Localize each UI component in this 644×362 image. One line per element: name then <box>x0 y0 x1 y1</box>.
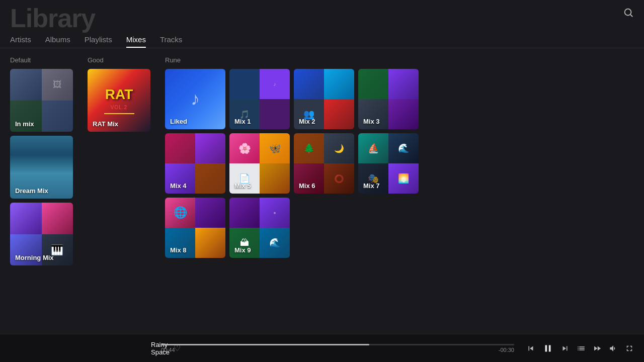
card-rat-mix[interactable]: RAT VOL.2 RAT Mix <box>88 69 150 132</box>
queue-button[interactable] <box>577 344 586 353</box>
expand-button[interactable] <box>625 344 634 353</box>
label-morning-mix: Morning Mix <box>15 254 54 261</box>
player-progress-bar[interactable] <box>161 344 514 345</box>
card-mix-3[interactable]: Mix 3 <box>358 69 419 129</box>
label-rat-mix: RAT Mix <box>93 120 118 128</box>
label-mix-9: Mix 9 <box>234 246 251 254</box>
card-mix-7[interactable]: ⛵ 🌊 🎭 🌅 Mix 7 <box>358 133 419 194</box>
label-mix-1: Mix 1 <box>234 118 251 125</box>
card-morning-mix[interactable]: 🎹 Morning Mix <box>10 203 73 265</box>
player-time-remaining: -00:30 <box>499 347 514 353</box>
card-mix-5[interactable]: 🌸 🦋 📄 Mix 5 <box>229 133 290 194</box>
section-default-title: Default <box>10 56 75 64</box>
player-controls <box>526 343 634 354</box>
label-mix-7: Mix 7 <box>363 182 380 190</box>
forward-button[interactable] <box>593 344 602 353</box>
svg-point-0 <box>625 9 631 16</box>
tab-tracks[interactable]: Tracks <box>160 35 182 48</box>
section-rune: Rune ♪ Liked ♪ 🎵 Mix 1 <box>165 56 634 314</box>
card-mix-4[interactable]: Mix 4 <box>165 133 225 194</box>
player-time-current: 00:44 <box>161 347 175 353</box>
search-button[interactable] <box>623 7 634 21</box>
section-good: Good RAT VOL.2 RAT Mix <box>88 56 153 314</box>
player-times: 00:44 -00:30 <box>161 347 514 353</box>
label-mix-4: Mix 4 <box>170 182 187 190</box>
card-mix-8[interactable]: 🌐 Mix 8 <box>165 198 225 258</box>
player-progress-fill <box>161 344 369 345</box>
tab-albums[interactable]: Albums <box>45 35 70 48</box>
default-cards: 🖼 In mix Dream Mix 🎹 Morning <box>10 69 75 265</box>
card-mix-1[interactable]: ♪ 🎵 Mix 1 <box>229 69 290 129</box>
tab-mixes[interactable]: Mixes <box>126 35 146 48</box>
next-button[interactable] <box>560 344 570 353</box>
player-progress-area: 00:44 -00:30 <box>161 344 514 353</box>
page-title: Library <box>10 5 634 31</box>
label-mix-8: Mix 8 <box>170 246 187 254</box>
section-default: Default 🖼 In mix Dream Mix <box>10 56 75 314</box>
svg-line-1 <box>630 15 632 17</box>
section-rune-title: Rune <box>165 56 634 64</box>
player-track-info: Rainy Space ♡ <box>10 341 151 356</box>
card-mix-9[interactable]: ▪ 🏔 🌊 Mix 9 <box>229 198 290 258</box>
nav-tabs: Artists Albums Playlists Mixes Tracks <box>0 33 644 48</box>
card-mix-6[interactable]: 🌲 🌙 ⭕ Mix 6 <box>294 133 354 194</box>
label-liked: Liked <box>170 118 187 125</box>
label-mix-2: Mix 2 <box>299 118 315 125</box>
rune-grid: ♪ Liked ♪ 🎵 Mix 1 👥 <box>165 69 634 258</box>
tab-artists[interactable]: Artists <box>10 35 31 48</box>
content-area: Default 🖼 In mix Dream Mix <box>0 48 644 322</box>
label-mix-5: Mix 5 <box>234 182 251 190</box>
card-dream-mix[interactable]: Dream Mix <box>10 136 73 199</box>
card-liked[interactable]: ♪ Liked <box>165 69 225 129</box>
player-bar: Rainy Space ♡ 00:44 -00:30 <box>0 334 644 362</box>
prev-button[interactable] <box>526 344 535 353</box>
label-mix-3: Mix 3 <box>363 118 380 125</box>
section-good-title: Good <box>88 56 153 64</box>
volume-button[interactable] <box>609 344 618 353</box>
play-pause-button[interactable] <box>542 343 553 354</box>
tab-playlists[interactable]: Playlists <box>85 35 112 48</box>
header: Library <box>0 0 644 31</box>
label-in-mix: In mix <box>15 120 34 128</box>
label-dream-mix: Dream Mix <box>15 187 48 195</box>
card-in-mix[interactable]: 🖼 In mix <box>10 69 73 132</box>
card-mix-2[interactable]: 👥 Mix 2 <box>294 69 354 129</box>
label-mix-6: Mix 6 <box>299 182 315 190</box>
